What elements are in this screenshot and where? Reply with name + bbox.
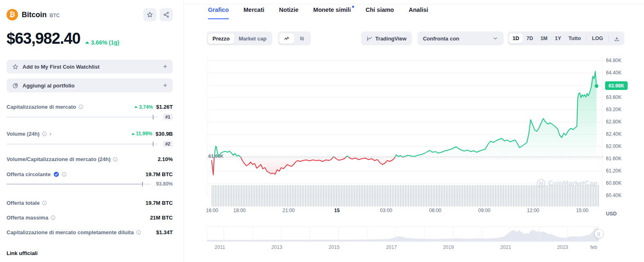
info-icon[interactable] (136, 230, 141, 235)
y-axis-tick: 64.40K (606, 70, 621, 76)
range-1y[interactable]: 1Y (551, 34, 565, 43)
candlestick-toggle[interactable] (294, 34, 310, 44)
mini-gridline (224, 227, 224, 241)
y-axis-tick: 64.80K (606, 58, 621, 63)
year-label: 2023 (557, 244, 568, 250)
mini-gridline (453, 227, 453, 241)
mini-gridline (395, 227, 396, 241)
history-area (207, 228, 599, 242)
add-to-portfolio-button[interactable]: Aggiungi al portfolio + (7, 78, 173, 92)
stat-label-text: Offerta totale (7, 200, 40, 206)
progress-tick (153, 115, 154, 119)
y-axis-tick: 63.20K (606, 107, 621, 112)
progress-track (7, 143, 158, 145)
stat-value: 21M BTC (150, 215, 173, 221)
tradingview-label: TradingView (375, 36, 407, 42)
progress-tick (153, 142, 154, 146)
mini-gridline (481, 227, 482, 241)
bitcoin-page: ₿ Bitcoin BTC $63,982.40 3. (0, 0, 644, 262)
download-icon (614, 36, 620, 42)
history-range-selector[interactable] (207, 226, 599, 241)
bitcoin-logo-icon: ₿ (7, 9, 18, 20)
verified-badge-icon (53, 171, 59, 177)
chart-panel: Grafico Mercati Notizie Monete simili Ch… (184, 0, 644, 262)
watermark-text: CoinMarketCap (548, 180, 597, 187)
range-1d[interactable]: 1D (509, 34, 523, 43)
price-marketcap-toggle: Prezzo Market cap (207, 31, 272, 45)
year-label: 2017 (386, 244, 397, 250)
price-chart[interactable]: 61.66K (207, 55, 600, 206)
tab-notizie[interactable]: Notizie (279, 7, 299, 19)
y-axis-tick: 60.80K (606, 180, 621, 186)
mini-gridline (310, 227, 310, 241)
x-axis-tick: 09:00 (478, 208, 490, 213)
stat-label: Offerta circolante (7, 171, 67, 177)
tab-monete-simili[interactable]: Monete simili (313, 7, 351, 19)
info-icon[interactable] (113, 157, 118, 162)
chart-type-toggle (278, 31, 311, 45)
header-actions (143, 8, 173, 21)
toggle-prezzo[interactable]: Prezzo (208, 34, 234, 44)
current-price-badge: 63.98K (605, 81, 628, 90)
chevron-down-icon (493, 36, 498, 41)
tab-analisi[interactable]: Analisi (409, 7, 428, 19)
x-axis-tick: 06:00 (429, 208, 441, 213)
info-icon[interactable] (42, 200, 47, 206)
watchlist-star-button[interactable] (143, 8, 156, 21)
range-7d[interactable]: 7D (523, 34, 537, 43)
tab-grafico[interactable]: Grafico (208, 7, 229, 19)
compare-with-select[interactable]: Confronta con (418, 31, 504, 45)
stat-change: 11.99% (131, 131, 152, 137)
official-links-title: Link ufficiali (7, 250, 173, 256)
stat-volume-marketcap: Volume/Capitalizzazione di mercato (24h)… (7, 156, 173, 162)
coin-summary-panel: ₿ Bitcoin BTC $63,982.40 3. (0, 0, 184, 262)
add-to-watchlist-button[interactable]: Add to My First Coin Watchlist + (7, 60, 173, 74)
divider (608, 35, 609, 42)
line-chart-toggle[interactable] (279, 34, 294, 44)
year-label: feb (590, 244, 597, 250)
range-1m[interactable]: 1M (537, 34, 551, 43)
info-icon[interactable] (50, 215, 56, 220)
section-tabs: Grafico Mercati Notizie Monete simili Ch… (184, 0, 644, 19)
tab-mercati[interactable]: Mercati (244, 7, 264, 19)
year-label: 2011 (215, 244, 225, 250)
year-label: 2013 (271, 244, 282, 250)
coin-stats: Capitalizzazione di mercato 3.74% $1.26T… (7, 104, 173, 235)
candlestick-icon (299, 36, 305, 42)
chevron-right-icon[interactable]: › (50, 130, 52, 137)
range-handle[interactable]: || (594, 229, 603, 238)
range-tutto[interactable]: Tutto (565, 34, 585, 43)
stat-value: $30.9B (156, 131, 173, 137)
mini-gridline (567, 227, 568, 241)
stat-fully-diluted: Capitalizzazione di mercato completament… (7, 229, 173, 235)
mini-gridline (510, 227, 511, 241)
line-chart-icon (284, 36, 290, 42)
stat-label-text: Capitalizzazione di mercato (7, 104, 76, 110)
log-scale-toggle[interactable]: LOG (588, 34, 607, 43)
price-change-value: 3.66% (1g) (91, 39, 119, 46)
year-label: 2019 (443, 244, 454, 250)
stat-label: Offerta massima (7, 215, 56, 221)
info-icon[interactable] (78, 104, 84, 110)
stat-label: Volume/Capitalizzazione di mercato (24h) (7, 156, 118, 162)
tradingview-button[interactable]: TradingView (361, 31, 412, 45)
stat-label: Capitalizzazione di mercato (7, 104, 84, 110)
stat-label-text: Capitalizzazione di mercato completament… (7, 229, 134, 235)
stat-label: Volume (24h) › (7, 130, 51, 137)
info-icon[interactable] (42, 131, 47, 137)
tab-chi-siamo[interactable]: Chi siamo (366, 7, 394, 19)
chart-toolbar: Prezzo Market cap TradingView Confronta … (207, 31, 624, 45)
x-axis-tick: 03:00 (380, 208, 392, 213)
stat-value: $1.34T (156, 229, 173, 235)
info-icon[interactable] (61, 172, 67, 177)
x-axis-tick: 21:00 (282, 208, 295, 213)
toggle-market-cap[interactable]: Market cap (234, 34, 271, 44)
time-range-selector: 1D 7D 1M 1Y Tutto LOG (508, 31, 624, 45)
mini-gridline (539, 227, 539, 241)
share-button[interactable] (160, 8, 173, 21)
download-chart-button[interactable] (610, 34, 623, 43)
stat-change: 3.74% (134, 104, 153, 110)
y-axis-tick: 61.20K (606, 168, 621, 174)
progress-track (7, 116, 158, 118)
progress-track (7, 184, 151, 185)
